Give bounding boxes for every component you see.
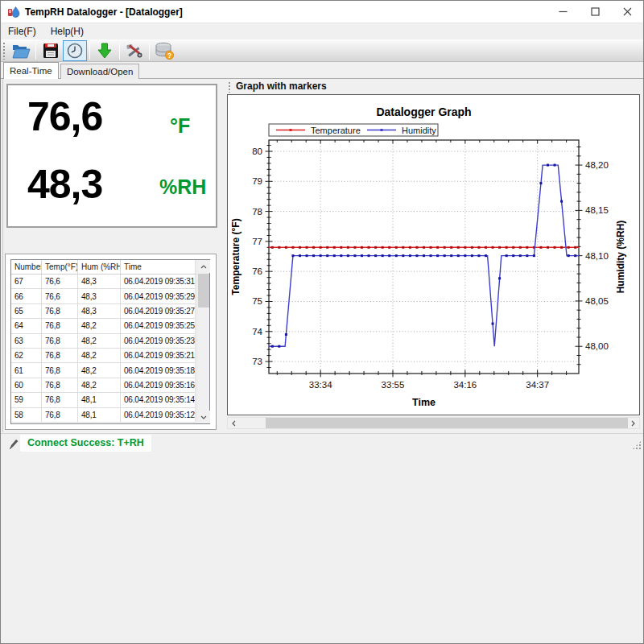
table-cell: 48,2 [78,349,121,363]
table-cell: 48,2 [78,319,121,333]
data-marker [498,246,501,249]
close-button[interactable] [611,1,643,23]
table-cell: 48,1 [78,393,121,407]
data-marker [444,246,446,249]
column-header[interactable]: Temp(°F) [42,260,78,274]
scroll-up-button[interactable] [197,260,210,273]
scroll-right-button[interactable] [627,418,639,428]
table-row[interactable]: 6376,848,206.04.2019 09:35:23 [11,334,209,349]
data-marker [395,246,398,249]
data-marker [291,254,294,257]
table-row[interactable]: 6576,848,306.04.2019 09:35:27 [11,304,209,319]
table-row[interactable]: 6276,848,206.04.2019 09:35:21 [11,349,209,363]
data-marker [568,254,570,257]
download-button[interactable] [93,40,117,61]
data-marker [347,254,349,257]
toolbar-separator [119,42,120,60]
data-marker [539,246,542,249]
data-marker [271,345,274,348]
tabstrip: Real-TimeDownload/Open [1,62,643,79]
data-marker [539,182,542,184]
toolbar-grip[interactable] [2,42,6,60]
device-info-button[interactable]: ? [152,40,176,61]
table-cell: 60 [11,378,42,393]
tab-real-time[interactable]: Real-Time [3,62,59,79]
graph-panel-grip[interactable] [228,81,231,93]
data-marker [271,246,274,249]
table-row[interactable]: 5976,848,106.04.2019 09:35:14 [11,393,209,407]
data-marker [353,246,356,249]
chevron-up-icon [200,265,207,269]
table-row[interactable]: 6076,848,206.04.2019 09:35:16 [11,378,209,393]
legend-marker [290,129,292,131]
scrollbar-thumb[interactable] [198,274,209,308]
humidity-value: 48,3 [27,161,102,208]
data-marker [519,246,522,249]
minimize-button[interactable] [547,1,579,23]
data-marker [333,246,336,249]
settings-button[interactable] [122,40,147,61]
table-row[interactable]: 6776,648,306.04.2019 09:35:31 [11,275,209,289]
table-cell: 76,8 [42,393,78,407]
data-marker [574,246,576,249]
table-vertical-scrollbar[interactable] [196,260,209,423]
data-marker [278,345,280,348]
left-tick-label: 73 [252,357,262,366]
data-marker [333,254,336,257]
data-marker [326,246,328,249]
data-marker [278,246,280,249]
data-marker [477,254,480,257]
scrollbar-thumb[interactable] [266,418,628,428]
menu-item[interactable]: File(F) [1,24,43,39]
column-header[interactable]: Number [11,260,42,274]
table-cell: 59 [11,393,42,407]
x-tick-label: 34:37 [526,380,549,390]
table-cell: 06.04.2019 09:35:31 [121,275,196,289]
resize-grip-icon[interactable] [632,440,642,450]
menu-item[interactable]: Help(H) [43,24,91,39]
data-marker [320,246,322,249]
column-header[interactable]: Time [121,260,196,274]
data-marker [415,246,418,249]
toolbar-separator [149,42,150,60]
right-axis-label: Humidity (%RH) [615,221,626,294]
table-row[interactable]: 6476,848,206.04.2019 09:35:25 [11,319,209,333]
data-marker [464,246,466,249]
data-marker [430,254,432,257]
log-table: NumberTemp(°F)Hum (%RH)Time 6776,648,306… [10,259,210,424]
table-row[interactable]: 5876,848,106.04.2019 09:35:12 [11,408,209,423]
data-marker [547,246,549,249]
data-marker [361,254,363,257]
save-button[interactable] [39,40,63,61]
maximize-button[interactable] [579,1,611,23]
tab-download-open[interactable]: Download/Open [60,64,139,79]
table-row[interactable]: 6676,648,306.04.2019 09:35:29 [11,289,209,303]
table-cell: 48,3 [78,275,121,289]
table-cell: 06.04.2019 09:35:12 [121,408,196,423]
scroll-left-button[interactable] [228,418,240,428]
titlebar: TempRH Datalogger - [Datalogger] [1,1,643,23]
open-file-button[interactable] [9,40,33,61]
right-tick-label: 48,15 [585,205,609,215]
graph-horizontal-scrollbar[interactable] [227,417,640,429]
left-tick-label: 79 [252,176,262,186]
table-cell: 48,2 [78,378,121,393]
database-question-icon: ? [154,41,175,60]
data-marker [568,246,570,249]
data-marker [395,254,398,257]
data-marker [326,254,328,257]
table-cell: 48,3 [78,289,121,303]
table-row[interactable]: 6176,848,206.04.2019 09:35:18 [11,363,209,378]
scroll-down-button[interactable] [197,411,210,423]
data-marker [299,254,301,257]
x-axis-label: Time [412,397,436,408]
table-cell: 66 [11,289,42,303]
column-header[interactable]: Hum (%RH) [78,260,121,274]
data-marker [450,254,452,257]
table-cell: 06.04.2019 09:35:25 [121,319,196,333]
datalogger-chart: 737475767778798048,0048,0548,1048,1548,2… [228,95,639,415]
left-tick-label: 78 [252,207,262,217]
realtime-button[interactable] [63,40,87,61]
open-folder-icon [11,42,31,60]
table-cell: 64 [11,319,42,333]
